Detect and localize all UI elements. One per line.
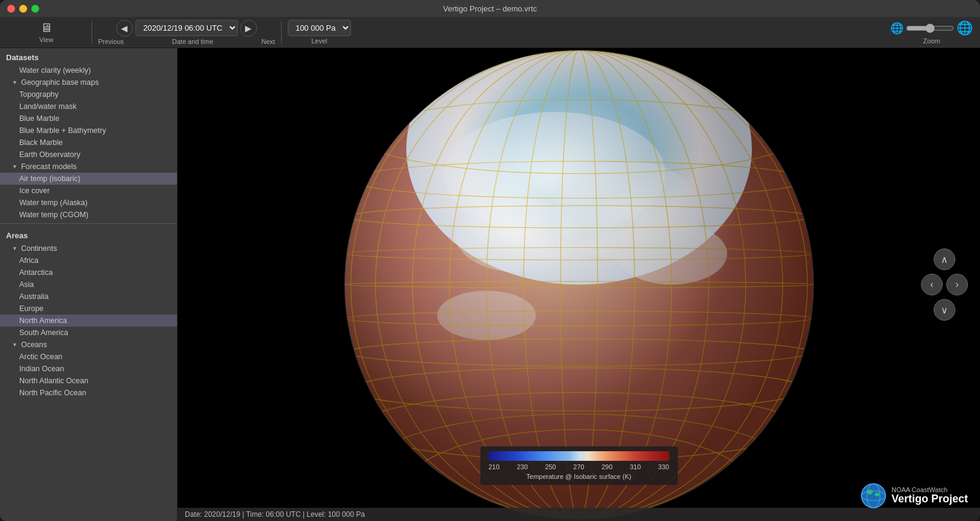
title-bar: Vertigo Project – demo.vrtc	[0, 0, 980, 17]
arctic-ocean-label: Arctic Ocean	[19, 353, 63, 361]
sidebar-item-blue-marble[interactable]: Blue Marble	[0, 113, 177, 125]
globe-left-button[interactable]: ‹	[921, 274, 943, 295]
australia-label: Australia	[19, 292, 49, 301]
sidebar-item-water-clarity[interactable]: Water clarity (weekly)	[0, 64, 177, 76]
zoom-group: 🌐 🌐 Zoom	[890, 20, 973, 45]
geographic-base-maps-label: Geographic base maps	[21, 78, 99, 87]
water-temp-cgom-label: Water temp (CGOM)	[19, 211, 88, 219]
previous-label: Previous	[98, 38, 124, 45]
sidebar-item-oceans[interactable]: ▼ Oceans	[0, 339, 177, 351]
zoom-slider[interactable]	[906, 23, 954, 33]
north-atlantic-ocean-label: North Atlantic Ocean	[19, 377, 88, 385]
close-button[interactable]	[7, 5, 15, 13]
sidebar-item-ice-cover[interactable]: Ice cover	[0, 185, 177, 197]
africa-label: Africa	[19, 256, 39, 265]
noaa-logo: NOAA CoastWatch Vertigo Project	[860, 482, 968, 509]
noaa-bottom-text: Vertigo Project	[892, 493, 968, 505]
view-label: View	[39, 36, 54, 43]
sidebar-item-earth-observatory[interactable]: Earth Observatory	[0, 149, 177, 161]
sidebar-item-australia[interactable]: Australia	[0, 291, 177, 303]
sidebar-item-black-marble[interactable]: Black Marble	[0, 137, 177, 149]
globe-right-button[interactable]: ›	[946, 274, 968, 295]
sidebar-item-north-pacific-ocean[interactable]: North Pacific Ocean	[0, 387, 177, 399]
datetime-select[interactable]: 2020/12/19 06:00 UTC	[135, 20, 238, 36]
toolbar-separator-1	[91, 21, 92, 44]
sidebar-item-europe[interactable]: Europe	[0, 303, 177, 315]
noaa-globe-icon	[860, 482, 887, 509]
sidebar-item-topography[interactable]: Topography	[0, 88, 177, 100]
sidebar-item-arctic-ocean[interactable]: Arctic Ocean	[0, 351, 177, 363]
sidebar-item-antarctica[interactable]: Antarctica	[0, 267, 177, 279]
toolbar-separator-2	[281, 21, 282, 44]
sidebar-item-africa[interactable]: Africa	[0, 254, 177, 267]
colorbar-labels: 210 230 250 270 290 310 330	[489, 463, 669, 470]
main-content: Datasets Water clarity (weekly) ▼ Geogra…	[0, 48, 980, 521]
globe-navigation: ∧ ‹ › ∨	[921, 248, 968, 321]
blue-marble-bathy-label: Blue Marble + Bathymetry	[19, 126, 106, 135]
chevron-down-icon: ▼	[12, 245, 17, 251]
colorbar-label-330: 330	[658, 463, 669, 470]
datetime-group: ◀ 2020/12/19 06:00 UTC ▶ Previous Date a…	[98, 20, 275, 45]
sidebar-item-blue-marble-bathy[interactable]: Blue Marble + Bathymetry	[0, 125, 177, 137]
indian-ocean-label: Indian Ocean	[19, 365, 64, 373]
svg-point-33	[875, 493, 879, 496]
level-select[interactable]: 100 000 Pa	[288, 20, 351, 36]
maximize-button[interactable]	[31, 5, 39, 13]
sidebar-item-south-america[interactable]: South America	[0, 327, 177, 339]
land-water-mask-label: Land/water mask	[19, 102, 76, 111]
continents-label: Continents	[21, 244, 57, 253]
areas-header: Areas	[0, 226, 177, 242]
previous-button[interactable]: ◀	[116, 20, 133, 37]
chevron-down-icon: ▼	[12, 79, 17, 85]
sidebar-item-water-temp-cgom[interactable]: Water temp (CGOM)	[0, 209, 177, 221]
level-label: Level	[311, 37, 327, 45]
chevron-down-icon: ▼	[12, 164, 17, 170]
europe-label: Europe	[19, 304, 43, 313]
globe-left-icon: 🌐	[890, 22, 904, 35]
ice-cover-label: Ice cover	[19, 187, 50, 195]
next-button[interactable]: ▶	[240, 20, 257, 37]
window-controls[interactable]	[7, 5, 39, 13]
sidebar-item-geographic-base-maps[interactable]: ▼ Geographic base maps	[0, 76, 177, 88]
sidebar-item-continents[interactable]: ▼ Continents	[0, 242, 177, 254]
water-temp-alaska-label: Water temp (Alaska)	[19, 199, 87, 207]
sidebar-item-land-water-mask[interactable]: Land/water mask	[0, 100, 177, 113]
colorbar: 210 230 250 270 290 310 330 Temperature …	[480, 446, 678, 485]
black-marble-label: Black Marble	[19, 138, 63, 147]
sidebar-item-north-america[interactable]: North America	[0, 315, 177, 327]
globe-up-button[interactable]: ∧	[934, 248, 955, 270]
colorbar-label-270: 270	[573, 463, 584, 470]
colorbar-gradient	[489, 451, 669, 461]
datetime-controls: ◀ 2020/12/19 06:00 UTC ▶	[116, 20, 257, 37]
sidebar-item-asia[interactable]: Asia	[0, 279, 177, 291]
sidebar-item-water-temp-alaska[interactable]: Water temp (Alaska)	[0, 197, 177, 209]
svg-point-32	[867, 490, 873, 495]
datasets-header: Datasets	[0, 48, 177, 64]
sidebar-item-indian-ocean[interactable]: Indian Ocean	[0, 363, 177, 375]
view-section: 🖥 View	[7, 21, 85, 43]
colorbar-label-210: 210	[489, 463, 500, 470]
antarctica-label: Antarctica	[19, 268, 53, 277]
north-america-label: North America	[19, 316, 67, 325]
colorbar-label-290: 290	[601, 463, 612, 470]
asia-label: Asia	[19, 280, 34, 289]
blue-marble-label: Blue Marble	[19, 114, 60, 123]
sidebar-item-air-temp[interactable]: Air temp (isobaric)	[0, 173, 177, 185]
globe-down-button[interactable]: ∨	[934, 299, 955, 321]
window-title: Vertigo Project – demo.vrtc	[443, 4, 537, 13]
level-group: 100 000 Pa Level	[288, 20, 351, 45]
water-clarity-label: Water clarity (weekly)	[19, 66, 91, 75]
minimize-button[interactable]	[19, 5, 27, 13]
north-pacific-ocean-label: North Pacific Ocean	[19, 389, 86, 397]
colorbar-title: Temperature @ Isobaric surface (K)	[526, 473, 631, 480]
sidebar-item-north-atlantic-ocean[interactable]: North Atlantic Ocean	[0, 375, 177, 387]
sidebar: Datasets Water clarity (weekly) ▼ Geogra…	[0, 48, 178, 521]
globe-right-icon: 🌐	[957, 20, 973, 36]
forecast-models-label: Forecast models	[21, 162, 76, 171]
datetime-label: Date and time	[172, 38, 213, 45]
sidebar-item-forecast-models[interactable]: ▼ Forecast models	[0, 161, 177, 173]
noaa-text-block: NOAA CoastWatch Vertigo Project	[892, 486, 968, 505]
colorbar-label-310: 310	[630, 463, 640, 470]
earth-observatory-label: Earth Observatory	[19, 150, 80, 159]
next-label: Next	[261, 38, 275, 45]
